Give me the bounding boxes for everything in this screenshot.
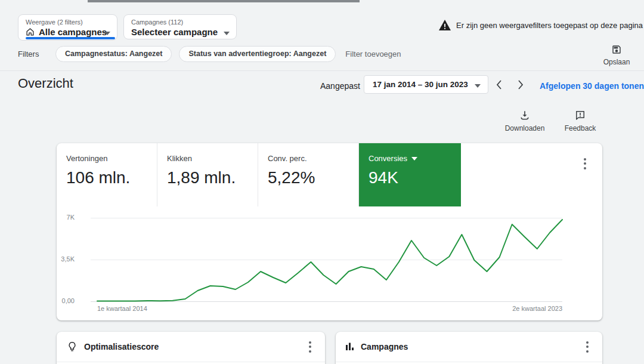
optimization-score-card: Optimalisatiescore bbox=[57, 332, 325, 364]
scorecard-kebab-menu[interactable] bbox=[580, 156, 590, 171]
campaign-selector-dropdown[interactable]: Campagnes (112) Selecteer campagne bbox=[123, 14, 237, 39]
date-mode-label: Aangepast bbox=[320, 81, 360, 91]
page-title: Overzicht bbox=[18, 76, 73, 91]
campaign-selector-value: Selecteer campagne bbox=[131, 27, 218, 37]
card-title: Optimalisatiescore bbox=[84, 342, 159, 351]
chevron-right-icon bbox=[518, 80, 524, 90]
metric-label: Vertoningen bbox=[66, 154, 157, 163]
metric-value: 106 mln. bbox=[66, 168, 157, 187]
filter-chip-campaign-status[interactable]: Campagnestatus: Aangezet bbox=[55, 46, 172, 62]
download-button[interactable]: Downloaden bbox=[504, 109, 545, 132]
campaigns-card-kebab-menu[interactable] bbox=[582, 340, 593, 354]
metric-cell-conversies[interactable]: Conversies 94K bbox=[359, 143, 461, 206]
card-title: Campagnes bbox=[361, 342, 408, 351]
home-icon bbox=[26, 27, 35, 36]
show-last-30-days-link[interactable]: Afgelopen 30 dagen tonen bbox=[540, 81, 644, 91]
metric-cell-klikken[interactable]: Klikken 1,89 mln. bbox=[157, 143, 258, 206]
metric-cell-conv-perc[interactable]: Conv. perc. 5,22% bbox=[258, 143, 359, 206]
conversions-line-chart bbox=[97, 218, 562, 301]
add-filter-button[interactable]: Filter toevoegen bbox=[343, 46, 401, 62]
save-icon bbox=[611, 44, 622, 55]
optimization-card-kebab-menu[interactable] bbox=[305, 340, 315, 354]
download-label: Downloaden bbox=[505, 124, 545, 132]
feedback-button[interactable]: Feedback bbox=[560, 109, 600, 132]
metric-label: Conversies bbox=[369, 154, 407, 163]
filter-chips-row: Campagnestatus: Aangezet Status van adve… bbox=[55, 46, 401, 62]
feedback-icon bbox=[574, 109, 586, 121]
chevron-left-icon bbox=[496, 80, 502, 90]
date-range-value: 17 jan 2014 – 30 jun 2023 bbox=[373, 80, 468, 89]
filters-notice: Er zijn geen weergavefilters toegepast o… bbox=[439, 20, 643, 30]
x-axis-end-label: 2e kwartaal 2023 bbox=[443, 305, 562, 312]
date-range-dropdown[interactable]: 17 jan 2014 – 30 jun 2023 bbox=[364, 75, 488, 94]
chevron-down-icon bbox=[104, 27, 110, 38]
campaign-selector-caption: Campagnes (112) bbox=[131, 18, 218, 26]
metric-value: 5,22% bbox=[268, 168, 358, 187]
x-axis-start-label: 1e kwartaal 2014 bbox=[97, 305, 147, 312]
save-button[interactable]: Opslaan bbox=[599, 44, 634, 66]
chevron-down-icon bbox=[475, 79, 481, 90]
feedback-label: Feedback bbox=[565, 124, 596, 132]
notice-text: Er zijn geen weergavefilters toegepast o… bbox=[456, 21, 643, 30]
filter-chip-adgroup-status[interactable]: Status van advertentiegroep: Aangezet bbox=[179, 46, 336, 62]
metric-cell-vertoningen[interactable]: Vertoningen 106 mln. bbox=[57, 143, 157, 206]
top-edge-bar bbox=[88, 0, 360, 2]
chevron-down-icon bbox=[224, 27, 230, 38]
section-divider bbox=[0, 70, 644, 71]
previous-period-button[interactable] bbox=[491, 78, 507, 92]
google-ads-overview-page: Weergave (2 filters) Alle campagnes Camp… bbox=[0, 0, 644, 364]
conversions-line-path bbox=[97, 220, 562, 301]
save-label: Opslaan bbox=[603, 58, 630, 66]
view-selector-caption: Weergave (2 filters) bbox=[26, 18, 99, 26]
warning-icon bbox=[439, 20, 451, 30]
y-axis-tick: 0,00 bbox=[49, 297, 75, 304]
view-selector-value: Alle campagnes bbox=[39, 27, 107, 37]
campaigns-card: Campagnes bbox=[336, 332, 602, 364]
y-axis-tick: 7K bbox=[49, 214, 75, 221]
metric-value: 94K bbox=[369, 168, 461, 187]
metric-label: Conv. perc. bbox=[268, 154, 358, 163]
view-active-underline bbox=[26, 37, 115, 39]
next-period-button[interactable] bbox=[513, 78, 528, 92]
bar-chart-icon bbox=[345, 342, 355, 351]
y-axis-tick: 3,5K bbox=[49, 255, 75, 263]
view-selector-dropdown[interactable]: Weergave (2 filters) Alle campagnes bbox=[18, 14, 117, 41]
chevron-down-icon bbox=[411, 157, 417, 161]
filters-label: Filters bbox=[18, 50, 39, 58]
metric-label: Klikken bbox=[167, 154, 258, 163]
download-icon bbox=[519, 109, 531, 121]
overview-scorecard: Vertoningen 106 mln. Klikken 1,89 mln. C… bbox=[57, 143, 602, 320]
metric-value: 1,89 mln. bbox=[167, 168, 258, 187]
lightbulb-icon bbox=[66, 341, 78, 353]
